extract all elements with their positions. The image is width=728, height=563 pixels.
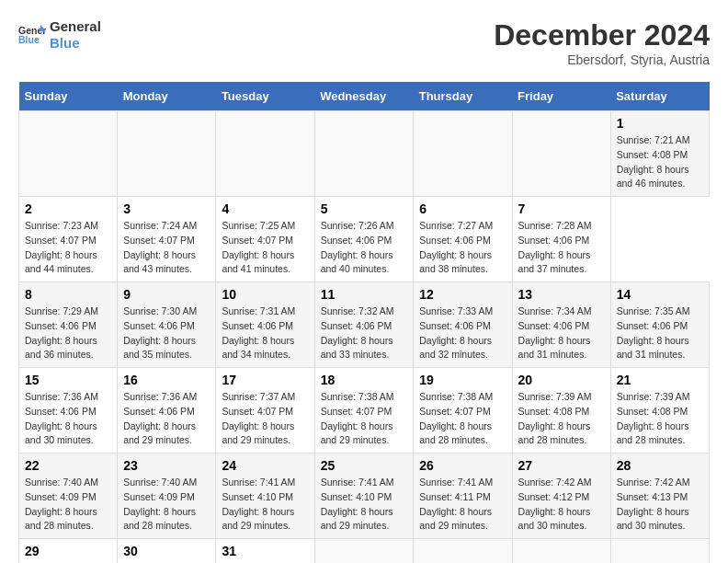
calendar-cell [19, 111, 118, 197]
day-info: Sunrise: 7:36 AMSunset: 4:06 PMDaylight:… [25, 390, 111, 448]
calendar-cell [512, 111, 610, 197]
day-number: 7 [518, 201, 605, 216]
location: Ebersdorf, Styria, Austria [494, 52, 710, 67]
calendar-cell [512, 539, 610, 564]
day-number: 3 [123, 201, 210, 216]
calendar-cell: 16Sunrise: 7:36 AMSunset: 4:06 PMDayligh… [118, 368, 216, 454]
day-number: 27 [518, 458, 605, 473]
day-info: Sunrise: 7:40 AMSunset: 4:09 PMDaylight:… [25, 476, 111, 534]
day-info: Sunrise: 7:37 AMSunset: 4:07 PMDaylight:… [222, 390, 308, 448]
calendar-header-row: SundayMondayTuesdayWednesdayThursdayFrid… [19, 82, 710, 111]
day-info: Sunrise: 7:25 AMSunset: 4:07 PMDaylight:… [222, 219, 308, 277]
calendar-cell: 14Sunrise: 7:35 AMSunset: 4:06 PMDayligh… [610, 282, 709, 368]
day-number: 21 [617, 373, 703, 387]
calendar-cell: 28Sunrise: 7:42 AMSunset: 4:13 PMDayligh… [610, 454, 709, 539]
day-info: Sunrise: 7:24 AMSunset: 4:07 PMDaylight:… [123, 219, 210, 277]
header-sunday: Sunday [19, 82, 118, 111]
calendar-week-2: 2Sunrise: 7:23 AMSunset: 4:07 PMDaylight… [19, 197, 710, 282]
logo-icon: General Blue [18, 21, 46, 49]
day-info: Sunrise: 7:27 AMSunset: 4:06 PMDaylight:… [419, 219, 506, 277]
page-header: General Blue General Blue December 2024 … [18, 18, 710, 67]
day-number: 6 [419, 201, 506, 216]
day-number: 22 [25, 458, 111, 473]
calendar-cell: 5Sunrise: 7:26 AMSunset: 4:06 PMDaylight… [314, 197, 414, 282]
day-number: 1 [617, 116, 703, 131]
header-monday: Monday [118, 82, 216, 111]
calendar-cell [118, 111, 216, 197]
day-info: Sunrise: 7:29 AMSunset: 4:06 PMDaylight:… [25, 304, 111, 362]
day-info: Sunrise: 7:33 AMSunset: 4:06 PMDaylight:… [419, 304, 506, 362]
calendar-cell: 20Sunrise: 7:39 AMSunset: 4:08 PMDayligh… [512, 368, 610, 454]
title-area: December 2024 Ebersdorf, Styria, Austria [494, 18, 710, 67]
calendar-cell: 12Sunrise: 7:33 AMSunset: 4:06 PMDayligh… [414, 282, 512, 368]
day-number: 5 [321, 201, 408, 216]
calendar-cell: 27Sunrise: 7:42 AMSunset: 4:12 PMDayligh… [512, 454, 610, 539]
day-info: Sunrise: 7:21 AMSunset: 4:08 PMDaylight:… [617, 133, 703, 191]
day-number: 18 [321, 373, 408, 387]
calendar-week-4: 15Sunrise: 7:36 AMSunset: 4:06 PMDayligh… [19, 368, 710, 454]
day-number: 9 [123, 287, 210, 302]
day-number: 23 [123, 458, 210, 473]
calendar-cell [314, 539, 414, 564]
day-info: Sunrise: 7:39 AMSunset: 4:08 PMDaylight:… [617, 390, 703, 448]
day-info: Sunrise: 7:42 AMSunset: 4:12 PMDaylight:… [518, 476, 605, 534]
day-number: 2 [25, 201, 111, 216]
day-number: 17 [222, 373, 308, 387]
day-number: 26 [419, 458, 506, 473]
calendar-cell: 18Sunrise: 7:38 AMSunset: 4:07 PMDayligh… [314, 368, 414, 454]
calendar-cell [610, 539, 709, 564]
day-number: 24 [222, 458, 308, 473]
logo-line2: Blue [50, 35, 101, 52]
day-info: Sunrise: 7:23 AMSunset: 4:07 PMDaylight:… [25, 219, 111, 277]
day-number: 14 [617, 287, 703, 302]
calendar-cell: 19Sunrise: 7:38 AMSunset: 4:07 PMDayligh… [414, 368, 512, 454]
calendar-cell: 31Sunrise: 7:42 AMSunset: 4:15 PMDayligh… [216, 539, 314, 564]
calendar-cell: 22Sunrise: 7:40 AMSunset: 4:09 PMDayligh… [19, 454, 118, 539]
day-info: Sunrise: 7:32 AMSunset: 4:06 PMDaylight:… [321, 304, 408, 362]
calendar-week-6: 29Sunrise: 7:42 AMSunset: 4:13 PMDayligh… [19, 539, 710, 564]
svg-text:Blue: Blue [18, 34, 40, 45]
calendar-cell: 30Sunrise: 7:42 AMSunset: 4:14 PMDayligh… [118, 539, 216, 564]
calendar-week-3: 8Sunrise: 7:29 AMSunset: 4:06 PMDaylight… [19, 282, 710, 368]
day-info: Sunrise: 7:26 AMSunset: 4:06 PMDaylight:… [321, 219, 408, 277]
day-number: 11 [321, 287, 408, 302]
day-number: 4 [222, 201, 308, 216]
day-info: Sunrise: 7:34 AMSunset: 4:06 PMDaylight:… [518, 304, 605, 362]
calendar-cell: 2Sunrise: 7:23 AMSunset: 4:07 PMDaylight… [19, 197, 118, 282]
day-info: Sunrise: 7:31 AMSunset: 4:06 PMDaylight:… [222, 304, 308, 362]
calendar-cell: 6Sunrise: 7:27 AMSunset: 4:06 PMDaylight… [414, 197, 512, 282]
day-number: 25 [321, 458, 408, 473]
day-info: Sunrise: 7:35 AMSunset: 4:06 PMDaylight:… [617, 304, 703, 362]
calendar-table: SundayMondayTuesdayWednesdayThursdayFrid… [18, 82, 710, 563]
day-number: 20 [518, 373, 605, 387]
day-number: 12 [419, 287, 506, 302]
calendar-cell: 11Sunrise: 7:32 AMSunset: 4:06 PMDayligh… [314, 282, 414, 368]
day-number: 15 [25, 373, 111, 387]
day-info: Sunrise: 7:41 AMSunset: 4:10 PMDaylight:… [222, 476, 308, 534]
calendar-week-1: 1Sunrise: 7:21 AMSunset: 4:08 PMDaylight… [19, 111, 710, 197]
calendar-cell [414, 111, 512, 197]
calendar-cell [314, 111, 414, 197]
day-number: 31 [222, 544, 308, 558]
day-info: Sunrise: 7:41 AMSunset: 4:11 PMDaylight:… [419, 476, 506, 534]
day-info: Sunrise: 7:41 AMSunset: 4:10 PMDaylight:… [321, 476, 408, 534]
day-number: 29 [25, 544, 111, 558]
calendar-cell: 13Sunrise: 7:34 AMSunset: 4:06 PMDayligh… [512, 282, 610, 368]
logo: General Blue General Blue [18, 18, 101, 52]
calendar-cell: 26Sunrise: 7:41 AMSunset: 4:11 PMDayligh… [414, 454, 512, 539]
calendar-cell: 17Sunrise: 7:37 AMSunset: 4:07 PMDayligh… [216, 368, 314, 454]
calendar-cell: 29Sunrise: 7:42 AMSunset: 4:13 PMDayligh… [19, 539, 118, 564]
day-number: 8 [25, 287, 111, 302]
logo-line1: General [50, 18, 101, 35]
calendar-cell: 9Sunrise: 7:30 AMSunset: 4:06 PMDaylight… [118, 282, 216, 368]
day-info: Sunrise: 7:36 AMSunset: 4:06 PMDaylight:… [123, 390, 210, 448]
header-saturday: Saturday [610, 82, 709, 111]
day-info: Sunrise: 7:30 AMSunset: 4:06 PMDaylight:… [123, 304, 210, 362]
calendar-cell: 7Sunrise: 7:28 AMSunset: 4:06 PMDaylight… [512, 197, 610, 282]
header-wednesday: Wednesday [314, 82, 414, 111]
calendar-cell: 23Sunrise: 7:40 AMSunset: 4:09 PMDayligh… [118, 454, 216, 539]
calendar-cell: 8Sunrise: 7:29 AMSunset: 4:06 PMDaylight… [19, 282, 118, 368]
day-number: 19 [419, 373, 506, 387]
calendar-cell: 4Sunrise: 7:25 AMSunset: 4:07 PMDaylight… [216, 197, 314, 282]
calendar-cell [414, 539, 512, 564]
